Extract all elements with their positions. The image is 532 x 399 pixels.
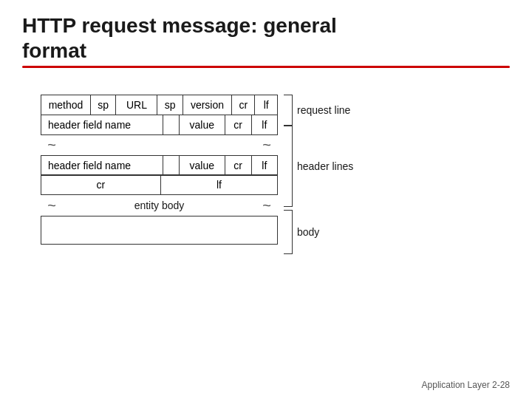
- brace-request-line: [284, 95, 293, 126]
- request-line-section: request line: [284, 95, 353, 126]
- cell-entity: [41, 216, 278, 245]
- wavy-section-top: ~ ~: [41, 135, 278, 155]
- brace-body: [284, 210, 293, 254]
- page-container: HTTP request message: general format met…: [0, 0, 532, 254]
- body-section: body: [284, 210, 353, 254]
- wavy-left-2: ~: [41, 197, 63, 214]
- label-request-line: request line: [293, 104, 350, 116]
- cell-sp1: sp: [90, 95, 115, 115]
- wavy-entity-section: ~ entity body ~: [41, 195, 278, 216]
- row1-table: method sp URL sp version cr lf: [41, 95, 278, 115]
- label-header-lines: header lines: [293, 160, 353, 172]
- footer-text: Application Layer 2-28: [422, 380, 510, 390]
- wavy-right-2: ~: [256, 197, 278, 214]
- label-body: body: [293, 226, 319, 238]
- header-lines-section: header lines: [284, 126, 353, 207]
- row2-table: header field name value cr lf: [41, 115, 278, 135]
- cell-lf2: lf: [251, 115, 277, 134]
- wavy-left-1: ~: [41, 137, 63, 154]
- cell-value1: value: [179, 115, 225, 134]
- title-line2: format: [22, 39, 86, 62]
- cell-cr4: cr: [41, 175, 161, 195]
- row3-table: header field name value cr lf: [41, 155, 278, 176]
- diagram-left: method sp URL sp version cr lf header fi…: [41, 95, 278, 245]
- entity-table: [41, 216, 278, 245]
- cell-method: method: [41, 95, 91, 115]
- cell-cr1: cr: [232, 95, 255, 115]
- cell-hfn1: header field name: [41, 115, 163, 134]
- page-title: HTTP request message: general format: [0, 0, 532, 68]
- cell-empty1: [163, 115, 179, 134]
- cell-value2: value: [179, 155, 225, 175]
- cell-lf3: lf: [251, 155, 277, 175]
- cell-cr3: cr: [225, 155, 251, 175]
- brace-header-lines: [284, 126, 293, 207]
- cell-lf4: lf: [160, 175, 277, 195]
- diagram-area: method sp URL sp version cr lf header fi…: [0, 68, 532, 254]
- cell-sp2: sp: [157, 95, 183, 115]
- cell-lf1: lf: [255, 95, 278, 115]
- cell-hfn2: header field name: [41, 155, 163, 175]
- cell-url: URL: [116, 95, 157, 115]
- entity-body-label: entity body: [63, 197, 256, 214]
- cell-version: version: [183, 95, 231, 115]
- cell-empty2: [163, 155, 179, 175]
- wavy-right-1: ~: [256, 137, 278, 154]
- cell-cr2: cr: [225, 115, 251, 134]
- row4-table: cr lf: [41, 174, 278, 195]
- right-labels: request line header lines body: [278, 95, 353, 254]
- title-line1: HTTP request message: general: [22, 14, 337, 37]
